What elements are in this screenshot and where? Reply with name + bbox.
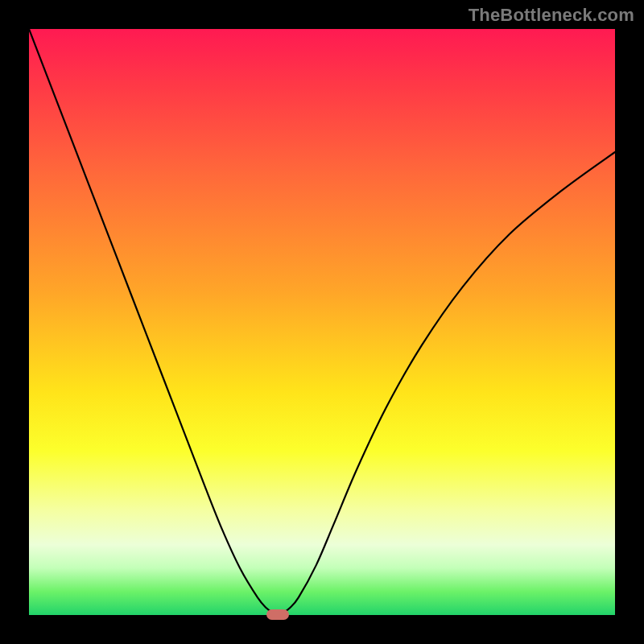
chart-frame: TheBottleneck.com (0, 0, 644, 644)
optimum-marker (266, 609, 289, 620)
bottleneck-curve (29, 29, 615, 615)
watermark-text: TheBottleneck.com (469, 5, 634, 26)
plot-area (29, 29, 615, 615)
